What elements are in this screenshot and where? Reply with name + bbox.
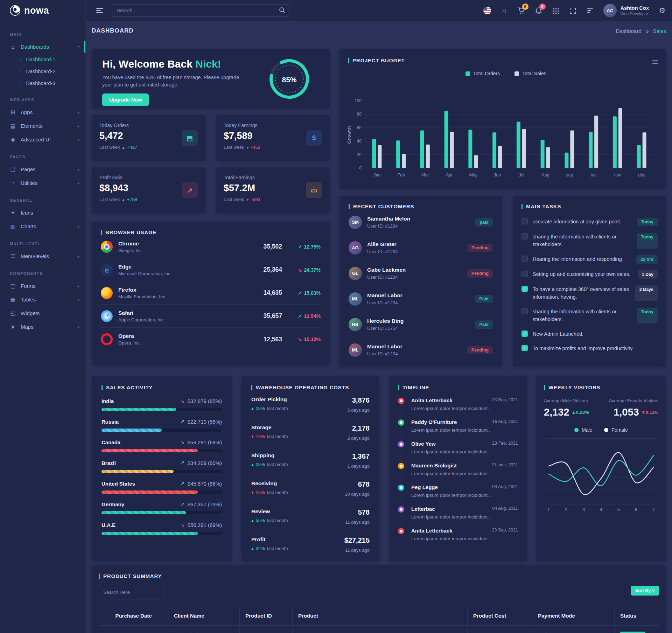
- search-icon[interactable]: [279, 7, 285, 13]
- sales-activity-row: Canada↘$56,291 (69%): [102, 439, 222, 452]
- upgrade-now-button[interactable]: Upgrade Now: [102, 93, 149, 106]
- sidebar-subitem-dashboard-1[interactable]: ○Dashboard-1: [0, 54, 85, 65]
- sidebar-item-apps[interactable]: ⊞Apps›: [0, 105, 85, 119]
- customer-id: User ID: #1754: [367, 326, 475, 331]
- sidebar-item-widgets[interactable]: ◰Widgets: [0, 306, 85, 320]
- stat-card: Today Earnings $7,589 Last week▾-453 $: [216, 115, 330, 161]
- svg-text:Feb: Feb: [397, 173, 405, 178]
- sidebar-subitem-dashboard-3[interactable]: ○Dashboard-3: [0, 77, 85, 89]
- sidebar-toggle-icon[interactable]: [96, 7, 103, 14]
- customer-id: User ID: #1234: [367, 249, 467, 254]
- sidebar-item-elements[interactable]: ▤Elements›: [0, 119, 85, 133]
- customer-row[interactable]: SMSamantha MelonUser ID: #1234paid: [349, 209, 493, 235]
- customer-id: User ID: #1234: [367, 351, 467, 356]
- pages-icon: ❏: [10, 166, 16, 173]
- task-checkbox[interactable]: [522, 233, 528, 239]
- trend-arrow-icon: ↗: [298, 313, 302, 319]
- product-table: Purchase DateClient NameProduct IDProduc…: [99, 606, 659, 633]
- chevron-right-icon: ›: [77, 253, 79, 259]
- country-label: Brazil: [102, 460, 116, 466]
- sales-activity-row: United States↗$45,870 (86%): [102, 480, 222, 494]
- sales-progress-fill: [102, 470, 174, 473]
- task-checkbox[interactable]: ✓: [522, 286, 528, 292]
- browser-usage-card: BROWSER USAGE ChromeGoogle, Inc.35,502↗1…: [92, 222, 330, 365]
- task-row: sharing the information with clients or …: [522, 233, 658, 249]
- cost-value: 2,178: [347, 424, 370, 432]
- task-text: sharing the information with clients or …: [533, 233, 632, 249]
- trend-caret-icon: ▴: [251, 406, 254, 411]
- brightness-icon[interactable]: ☼: [500, 7, 508, 14]
- order-status-badge[interactable]: Delivered: [620, 632, 645, 633]
- trend-caret-icon: ▾: [251, 490, 254, 495]
- apps-grid-icon[interactable]: [552, 7, 560, 14]
- sidebar-subitem-dashboard-2[interactable]: ○Dashboard-2: [0, 65, 85, 77]
- customer-id: User ID: #1234: [367, 223, 475, 229]
- sidebar-item-tables[interactable]: ▦Tables›: [0, 293, 85, 306]
- breadcrumb-parent[interactable]: Dashboard: [616, 28, 641, 34]
- sidebar-item-advanced-ui[interactable]: ◈Advanced UI›: [0, 133, 85, 146]
- timeline-dot-icon: [398, 485, 404, 491]
- customer-avatar: ML: [349, 343, 362, 357]
- task-text: accurate information at any given point.: [533, 218, 632, 226]
- legend-total-orders: Total Orders: [473, 71, 500, 76]
- search-input[interactable]: [112, 4, 289, 17]
- sidebar-item-pages[interactable]: ❏Pages›: [0, 162, 85, 176]
- brand-logo[interactable]: nowa: [0, 0, 85, 21]
- timeline-desc: Lorem ipsum dolor tempor incididunt .: [411, 536, 518, 541]
- notifications-bell-icon[interactable]: 6: [535, 7, 542, 14]
- task-checkbox[interactable]: ✓: [522, 345, 528, 351]
- sort-by-button[interactable]: Sort By ˅: [631, 586, 659, 596]
- customer-avatar: HB: [349, 318, 362, 331]
- svg-text:Apr: Apr: [446, 173, 453, 178]
- browser-pct: 24.37%: [304, 267, 321, 273]
- sidebar-item-icons[interactable]: ✦Icons: [0, 206, 85, 220]
- task-checkbox[interactable]: ✓: [522, 331, 528, 337]
- language-flag-icon[interactable]: [483, 7, 491, 14]
- customer-row[interactable]: AGAllie GraterUser ID: #1234Pending: [349, 235, 493, 260]
- svg-text:oct: oct: [591, 173, 597, 178]
- timeline-date: 21 june, 2021: [491, 462, 518, 468]
- stat-card: Profit Gain $8,943 Last week▴+788 ↗: [92, 167, 205, 213]
- user-menu[interactable]: AC Ashton Cox Web Developer: [603, 4, 649, 17]
- cost-name: Storage: [251, 424, 288, 431]
- cart-badge: 5: [522, 4, 528, 10]
- timeline-row: Peg Legge04 Aug, 2021Lorem ipsum dolor t…: [398, 484, 518, 498]
- table-header-product-id: Product ID: [240, 606, 293, 626]
- timeline-dot-icon: [398, 419, 404, 426]
- cost-name: Review: [251, 508, 288, 515]
- timeline-row: Anita Letterback23 Sep, 2021Lorem ipsum …: [398, 397, 518, 411]
- filter-menu-icon[interactable]: [586, 7, 594, 14]
- table-header-product: Product: [293, 606, 468, 626]
- svg-text:Jan: Jan: [373, 173, 380, 178]
- timeline-desc: Lorem ipsum dolor tempor incididunt .: [411, 406, 518, 411]
- product-search-input[interactable]: [99, 585, 163, 599]
- customer-row[interactable]: HBHercules BingUser ID: #1754Paid: [349, 312, 493, 337]
- svg-text:sep: sep: [566, 173, 573, 178]
- sidebar-item-menu-levels[interactable]: ☰Menu-levels›: [0, 249, 85, 263]
- sidebar-item-dashboards[interactable]: ⌂Dashboards›: [0, 40, 85, 54]
- customer-row[interactable]: MLManuel LaborUser ID: #1234Pending: [349, 337, 493, 363]
- timeline-date: 04 Aug, 2021: [492, 506, 518, 512]
- credit-card-icon: ▭: [306, 182, 322, 198]
- sidebar-item-maps[interactable]: ➤Maps›: [0, 320, 85, 334]
- cost-ago: 10 days ago: [345, 492, 370, 497]
- sidebar-item-forms[interactable]: ▢Forms›: [0, 279, 85, 293]
- sales-progress-fill: [102, 449, 198, 452]
- sidebar-item-utilities[interactable]: ◔Utilities›: [0, 176, 85, 190]
- customer-name: Manuel Labor: [367, 292, 475, 299]
- cart-icon[interactable]: 5: [518, 7, 525, 14]
- chevron-right-icon: ›: [77, 297, 79, 302]
- task-checkbox[interactable]: [522, 218, 528, 224]
- fullscreen-icon[interactable]: [569, 7, 577, 14]
- task-checkbox[interactable]: [522, 256, 528, 262]
- table-header-product-cost: Product Cost: [468, 606, 532, 626]
- storage-progress-ring: 85%: [268, 58, 310, 102]
- dollar-icon: $: [306, 130, 322, 146]
- customer-row[interactable]: GLGabe LackmenUser ID: #1234Pending: [349, 260, 493, 286]
- card-menu-icon[interactable]: [652, 59, 658, 65]
- task-checkbox[interactable]: [522, 308, 528, 314]
- task-checkbox[interactable]: [522, 271, 528, 277]
- sidebar-item-charts[interactable]: ▥Charts›: [0, 220, 85, 233]
- settings-gear-icon[interactable]: ⚙: [658, 7, 666, 14]
- customer-row[interactable]: MLManuel LaborUser ID: #1234Paid: [349, 286, 493, 312]
